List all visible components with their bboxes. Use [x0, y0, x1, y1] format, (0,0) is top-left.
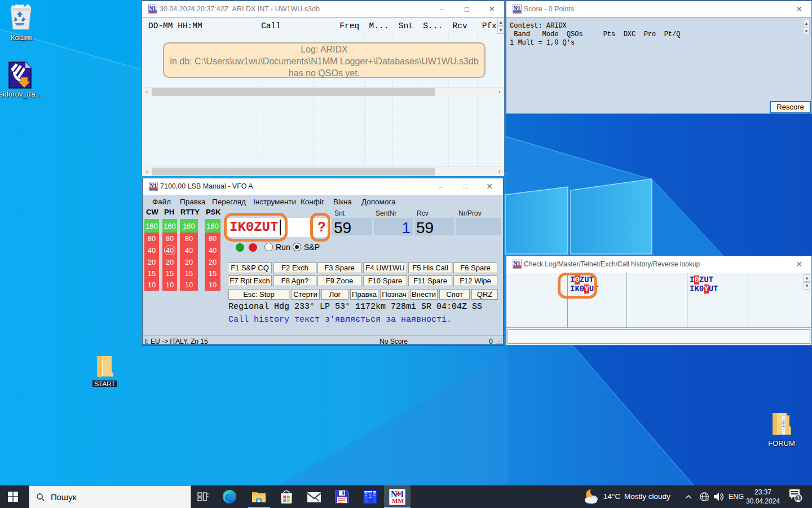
svg-text:MM: MM: [150, 10, 157, 14]
svg-text:+: +: [517, 5, 519, 10]
svg-text:MM: MM: [514, 265, 521, 269]
svg-text:+: +: [152, 5, 155, 10]
svg-text:+: +: [517, 260, 519, 265]
svg-text:MM: MM: [514, 10, 521, 14]
svg-text:+: +: [153, 182, 155, 187]
svg-text:1: 1: [797, 495, 800, 502]
svg-text:MM: MM: [151, 187, 157, 191]
